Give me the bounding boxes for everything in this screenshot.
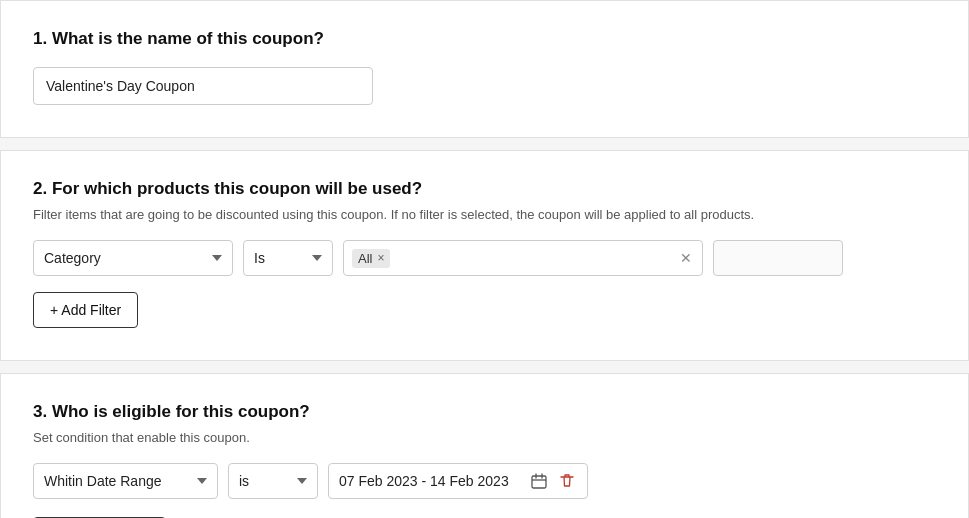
section-products: 2. For which products this coupon will b… [0,150,969,361]
operator-select[interactable]: Is Is Not [243,240,333,276]
section2-title: 2. For which products this coupon will b… [33,179,936,199]
section1-title: 1. What is the name of this coupon? [33,29,936,49]
page-wrapper: 1. What is the name of this coupon? 2. F… [0,0,969,518]
tag-label: All [358,251,372,266]
add-filter-button[interactable]: + Add Filter [33,292,138,328]
section-eligibility: 3. Who is eligible for this coupon? Set … [0,373,969,518]
category-select[interactable]: Category Brand Tag [33,240,233,276]
extra-filter-box [713,240,843,276]
svg-rect-0 [532,476,546,488]
condition-operator-select[interactable]: is is not [228,463,318,499]
section3-subtitle: Set condition that enable this coupon. [33,430,936,445]
condition-row: Whitin Date Range Specific Date Day of W… [33,463,936,499]
section2-subtitle: Filter items that are going to be discou… [33,207,936,222]
tag-input-box[interactable]: All × ✕ [343,240,703,276]
condition-type-select[interactable]: Whitin Date Range Specific Date Day of W… [33,463,218,499]
delete-condition-btn[interactable] [557,471,577,491]
calendar-icon [531,473,547,489]
add-filter-label: + Add Filter [50,302,121,318]
tag-input-clear-btn[interactable]: ✕ [678,250,694,266]
date-range-input-box[interactable]: 07 Feb 2023 - 14 Feb 2023 [328,463,588,499]
tag-remove-btn[interactable]: × [377,252,384,264]
calendar-icon-btn[interactable] [529,471,549,491]
date-range-value: 07 Feb 2023 - 14 Feb 2023 [339,473,521,489]
section-coupon-name: 1. What is the name of this coupon? [0,0,969,138]
filter-row: Category Brand Tag Is Is Not All × ✕ [33,240,936,276]
section3-title: 3. Who is eligible for this coupon? [33,402,936,422]
tag-all: All × [352,249,390,268]
trash-icon [559,473,575,489]
coupon-name-input[interactable] [33,67,373,105]
